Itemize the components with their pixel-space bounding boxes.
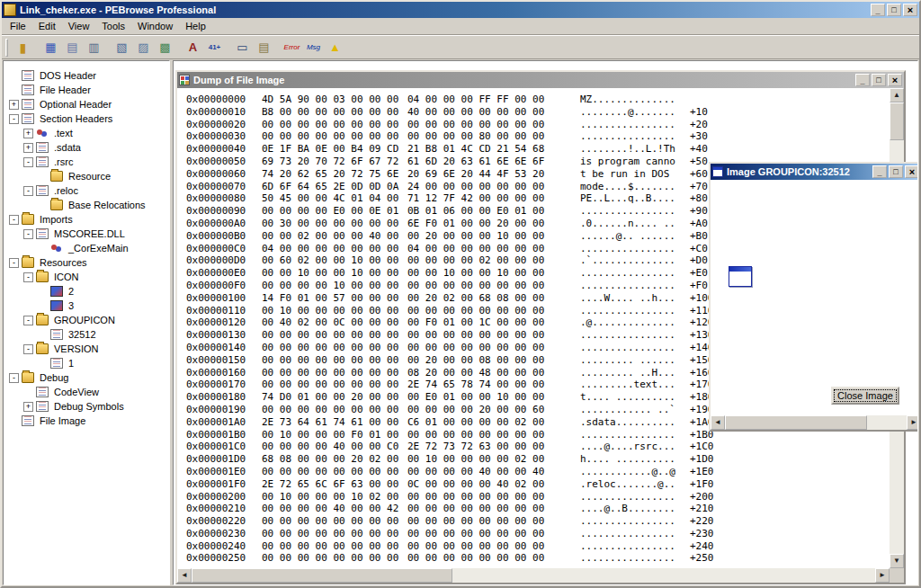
- hex-ascii: ................: [580, 119, 679, 131]
- toolbar-warning-button[interactable]: ▲: [325, 38, 345, 58]
- image-close-button[interactable]: ×: [905, 165, 918, 178]
- tree-item-groupicon[interactable]: -GROUPICON: [4, 313, 169, 327]
- toolbar-print-button[interactable]: ▥: [84, 38, 104, 58]
- menu-edit[interactable]: Edit: [32, 19, 62, 34]
- collapse-toggle[interactable]: -: [23, 229, 33, 239]
- toolbar-message-log-button[interactable]: Msg: [303, 38, 324, 58]
- close-button[interactable]: ×: [903, 4, 917, 16]
- tree-item-sdata[interactable]: +.sdata: [4, 140, 169, 155]
- toolbar-file-image-button[interactable]: ▮: [13, 38, 33, 58]
- scroll-left-button[interactable]: ◄: [177, 568, 192, 583]
- dump-title-bar[interactable]: Dump of File Image _ □ ×: [177, 72, 904, 88]
- scroll-right-button[interactable]: ►: [907, 415, 918, 430]
- toolbar-console-button[interactable]: ▭: [232, 38, 253, 58]
- menu-tools[interactable]: Tools: [95, 19, 131, 34]
- tree-item-1[interactable]: 1: [4, 356, 169, 370]
- horizontal-scroll-track[interactable]: [725, 415, 907, 430]
- tree-item-label: .reloc: [52, 185, 80, 196]
- dump-minimize-button[interactable]: _: [855, 74, 870, 86]
- tree-item-dos-header[interactable]: DOS Header: [4, 68, 169, 83]
- tree-item-32512[interactable]: 32512: [4, 327, 169, 342]
- toolbar-font-button[interactable]: A: [183, 38, 203, 58]
- collapse-toggle[interactable]: -: [23, 157, 33, 167]
- tree-item-codeview[interactable]: CodeView: [4, 385, 169, 399]
- tree-item-debug[interactable]: -Debug: [4, 370, 169, 385]
- expand-toggle[interactable]: +: [23, 129, 33, 138]
- tree-item-version[interactable]: -VERSION: [4, 342, 169, 356]
- maximize-button[interactable]: □: [887, 4, 901, 16]
- horizontal-scroll-thumb[interactable]: [725, 415, 867, 430]
- tree-item-file-image[interactable]: File Image: [4, 414, 169, 428]
- expand-toggle[interactable]: +: [9, 100, 19, 110]
- expand-toggle[interactable]: +: [23, 402, 33, 412]
- tree-item-reloc[interactable]: -.reloc: [4, 183, 169, 198]
- collapse-toggle[interactable]: -: [9, 215, 19, 225]
- hex-h1: 00 00 00 00 10 00 00 00: [262, 280, 398, 292]
- hex-h1: 68 08 00 00 00 20 02 00: [262, 453, 398, 466]
- minimize-button[interactable]: _: [871, 4, 885, 16]
- image-title-bar[interactable]: Image GROUPICON:32512 _ □ ×: [711, 164, 918, 180]
- tree-item-2[interactable]: 2: [4, 284, 169, 298]
- hex-off: +1D0: [690, 453, 714, 466]
- hex-h2: 00 F0 01 00 1C 00 00 00: [407, 316, 544, 329]
- menu-help[interactable]: Help: [179, 19, 212, 34]
- scroll-down-button[interactable]: ▼: [890, 554, 904, 568]
- hex-off: +20: [690, 119, 708, 131]
- groupicon-preview[interactable]: [729, 266, 752, 287]
- collapse-toggle[interactable]: -: [23, 316, 33, 325]
- toolbar-radix-button[interactable]: 41+: [204, 38, 225, 58]
- tree-item-corexemain[interactable]: _CorExeMain: [4, 241, 169, 255]
- tree-item-debug-symbols[interactable]: +Debug Symbols: [4, 399, 169, 414]
- collapse-toggle[interactable]: -: [9, 373, 19, 383]
- collapse-toggle[interactable]: -: [23, 344, 33, 354]
- menu-file[interactable]: File: [4, 19, 32, 34]
- tree-item-icon[interactable]: -ICON: [4, 270, 169, 284]
- tree-item-base-relocations[interactable]: Base Relocations: [4, 198, 169, 212]
- tree-item-label: Resource: [67, 171, 112, 182]
- hex-row: 0x0000021000 00 00 00 40 00 00 4200 00 0…: [186, 503, 890, 515]
- dump-maximize-button[interactable]: □: [872, 74, 886, 86]
- collapse-toggle[interactable]: -: [23, 186, 33, 196]
- tree-item-imports[interactable]: -Imports: [4, 212, 169, 227]
- toolbar-details-view-button[interactable]: ▧: [112, 38, 132, 58]
- menu-view[interactable]: View: [62, 19, 96, 34]
- title-bar[interactable]: Link_cheker.exe - PEBrowse Professional …: [2, 2, 919, 18]
- scroll-right-button[interactable]: ►: [875, 568, 890, 583]
- tree-item-rsrc[interactable]: -.rsrc: [4, 155, 169, 169]
- tree-item-resource[interactable]: Resource: [4, 169, 169, 183]
- horizontal-scroll-thumb[interactable]: [192, 568, 452, 583]
- menu-window[interactable]: Window: [131, 19, 179, 34]
- tree-item-section-headers[interactable]: -Section Headers: [4, 111, 169, 126]
- collapse-toggle[interactable]: -: [9, 114, 19, 124]
- collapse-toggle[interactable]: -: [23, 272, 33, 282]
- horizontal-scroll-track[interactable]: [192, 568, 875, 583]
- hex-off: +D0: [690, 254, 708, 267]
- vertical-scroll-thumb[interactable]: [890, 102, 904, 140]
- close-image-button[interactable]: Close Image: [831, 387, 899, 405]
- menu-bar: FileEditViewToolsWindowHelp: [2, 18, 919, 35]
- image-minimize-button[interactable]: _: [872, 165, 887, 178]
- scroll-up-button[interactable]: ▲: [890, 88, 904, 102]
- scroll-left-button[interactable]: ◄: [711, 415, 725, 430]
- tree-item-optional-header[interactable]: +Optional Header: [4, 97, 169, 111]
- tree-item-text[interactable]: +.text: [4, 126, 169, 140]
- tree-item-file-header[interactable]: File Header: [4, 83, 169, 97]
- toolbar-headers-tree-button[interactable]: ▤: [62, 38, 83, 58]
- expand-toggle[interactable]: +: [23, 143, 33, 153]
- image-horizontal-scrollbar[interactable]: ◄ ►: [711, 415, 918, 430]
- tree-item-label: ICON: [52, 272, 81, 282]
- tree-item-resources[interactable]: -Resources: [4, 255, 169, 270]
- dump-close-button[interactable]: ×: [888, 74, 902, 86]
- toolbar-open-button[interactable]: ▦: [40, 38, 61, 58]
- toolbar-notes-button[interactable]: ▤: [254, 38, 274, 58]
- hex-ascii: ................: [580, 491, 679, 503]
- toolbar-dump-view-button[interactable]: ▩: [155, 38, 175, 58]
- dump-horizontal-scrollbar[interactable]: ◄ ►: [177, 568, 890, 583]
- collapse-toggle[interactable]: -: [9, 258, 19, 268]
- tree-item-3[interactable]: 3: [4, 298, 169, 313]
- toolbar-error-log-button[interactable]: Error: [282, 38, 302, 58]
- toolbar-structures-view-button[interactable]: ▨: [133, 38, 154, 58]
- toolbar-grip[interactable]: [5, 39, 8, 57]
- tree-item-mscoree-dll[interactable]: -MSCOREE.DLL: [4, 227, 169, 241]
- image-maximize-button[interactable]: □: [889, 165, 903, 178]
